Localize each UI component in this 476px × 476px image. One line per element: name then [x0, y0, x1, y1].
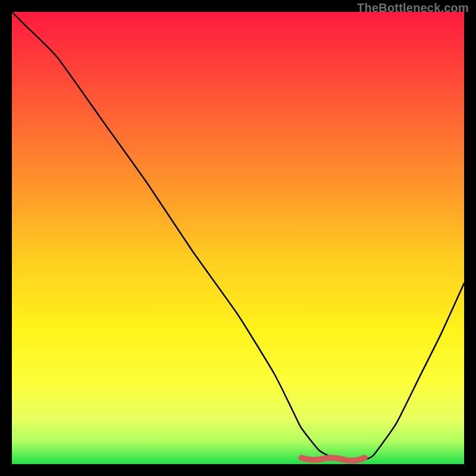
sweet-spot-marker [301, 458, 364, 461]
chart-frame: TheBottleneck.com [0, 0, 476, 476]
bottleneck-chart [12, 12, 464, 464]
plot-area [12, 12, 464, 464]
watermark-text: TheBottleneck.com [357, 1, 469, 15]
gradient-background [12, 12, 464, 464]
